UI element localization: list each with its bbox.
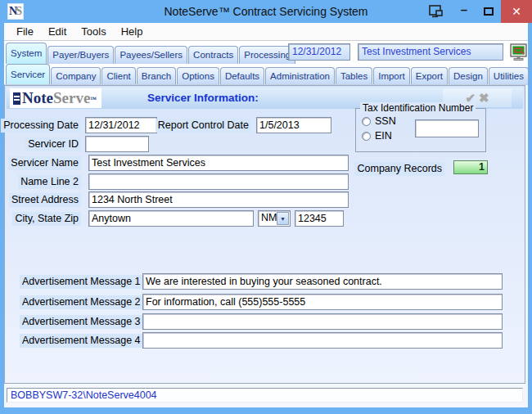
ssn-radio-label: SSN (375, 115, 396, 127)
company-name-display[interactable]: Test Investment Services (358, 43, 503, 61)
ad-message-1-label: Advertisement Message 1 (20, 275, 143, 289)
tab-company[interactable]: Company (51, 67, 101, 84)
logo-note-text: Note (22, 89, 53, 107)
ad-message-3-label: Advertisement Message 3 (20, 315, 143, 329)
noteserve-logo: NoteServe™ (10, 88, 101, 108)
ad-message-3-input[interactable] (142, 313, 503, 330)
street-address-label: Street Address (9, 193, 81, 207)
tax-id-group: Tax Identification Number SSN EIN (355, 108, 486, 152)
state-select[interactable]: NM ▼ (258, 210, 291, 227)
page-title: Servicer Information: (147, 88, 259, 109)
tax-id-legend: Tax Identification Number (360, 102, 476, 114)
processing-date-label: Processing Date (1, 119, 81, 133)
chevron-down-icon[interactable]: ▼ (277, 212, 289, 225)
processing-date-input[interactable] (85, 117, 157, 133)
ad-message-4-label: Advertisement Message 4 (20, 334, 143, 348)
ein-radio-label: EIN (375, 130, 392, 142)
tab-export[interactable]: Export (411, 67, 448, 84)
menu-help[interactable]: Help (114, 23, 151, 40)
servicer-id-input[interactable] (85, 136, 149, 152)
city-input[interactable] (88, 210, 254, 227)
noteserve-logo-icon (13, 92, 20, 105)
report-control-date-input[interactable] (256, 117, 331, 133)
company-records-label: Company Records (354, 162, 444, 176)
tab-import[interactable]: Import (373, 67, 410, 84)
servicer-id-label: Servicer ID (25, 137, 81, 151)
state-selected-value: NM (261, 212, 277, 223)
logo-serve-text: Serve (53, 89, 90, 107)
name-line-2-label: Name Line 2 (18, 175, 81, 189)
ad-message-2-input[interactable] (142, 294, 503, 310)
tab-utilities[interactable]: Utilities (489, 67, 529, 84)
tab-branch[interactable]: Branch (137, 67, 176, 84)
titlebar-monitor-icon[interactable] (429, 5, 444, 18)
menu-file[interactable]: File (9, 23, 41, 40)
logo-tm: ™ (90, 96, 97, 103)
tab-client[interactable]: Client (101, 67, 135, 84)
titlebar: NS NoteServe™ Contract Servicing System … (0, 0, 532, 23)
monitor-icon[interactable] (507, 43, 529, 62)
zip-input[interactable] (295, 210, 344, 227)
tab-processing[interactable]: Processing (239, 46, 295, 64)
name-line-2-input[interactable] (88, 173, 349, 190)
ad-message-1-input[interactable] (142, 273, 503, 290)
tab-design[interactable]: Design (449, 67, 488, 84)
servicer-form-panel: NoteServe™ Servicer Information: ✔ ✖ Pro… (4, 85, 525, 384)
servicer-name-label: Servicer Name (8, 156, 81, 170)
tab-options[interactable]: Options (177, 67, 219, 84)
servicer-name-input[interactable] (88, 155, 349, 171)
tab-tables[interactable]: Tables (336, 67, 372, 84)
tax-id-input[interactable] (415, 119, 479, 137)
city-state-zip-label: City, State Zip (12, 212, 81, 226)
menu-tools[interactable]: Tools (74, 23, 113, 40)
tab-contracts[interactable]: Contracts (188, 46, 238, 64)
menu-edit[interactable]: Edit (41, 23, 74, 40)
close-button[interactable]: ✕ (501, 0, 532, 23)
tab-servicer[interactable]: Servicer (6, 64, 50, 84)
maximize-icon (484, 7, 494, 16)
tab-defaults[interactable]: Defaults (220, 67, 264, 84)
company-records-count: 1 (453, 160, 488, 174)
tab-payees-sellers[interactable]: Payees/Sellers (115, 46, 187, 64)
ssn-radio[interactable] (362, 117, 371, 126)
minimize-button[interactable]: – (452, 0, 476, 23)
menu-bar: File Edit Tools Help (4, 23, 528, 41)
section-tab-strip: Servicer Company Client Branch Options D… (4, 64, 528, 85)
ad-message-4-input[interactable] (142, 332, 503, 349)
ein-radio[interactable] (362, 132, 371, 141)
street-address-input[interactable] (88, 191, 349, 208)
report-control-date-label: Report Control Date (156, 119, 251, 133)
status-bar: BOBBYSW7-32\NoteServe4004 (7, 388, 523, 403)
tab-administration[interactable]: Administration (265, 67, 335, 84)
ad-message-2-label: Advertisement Message 2 (20, 295, 143, 309)
maximize-button[interactable] (476, 0, 501, 23)
app-window: NS NoteServe™ Contract Servicing System … (0, 0, 532, 414)
processing-date-display[interactable]: 12/31/2012 (288, 43, 350, 61)
module-tab-strip: System Payer/Buyers Payees/Sellers Contr… (4, 41, 528, 64)
tab-payer-buyers[interactable]: Payer/Buyers (47, 46, 114, 64)
cancel-x-icon[interactable]: ✖ (479, 91, 489, 106)
tab-system[interactable]: System (6, 43, 47, 64)
